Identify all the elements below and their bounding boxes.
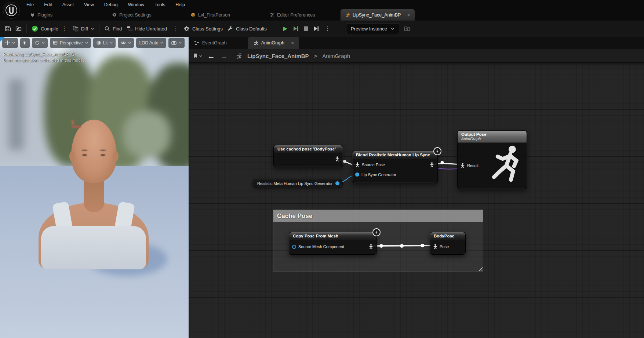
pose-input-pin[interactable]	[433, 244, 437, 249]
breadcrumb-root[interactable]: LipSync_Face_AnimBP	[247, 53, 309, 59]
lit-mode-dropdown[interactable]: Lit	[93, 38, 116, 48]
tab-label: Editor Preferences	[277, 12, 315, 18]
class-settings-button[interactable]: Class Settings	[183, 26, 223, 32]
find-button[interactable]: Find	[104, 26, 122, 32]
node-body-pose-cache[interactable]: BodyPose Pose	[430, 232, 466, 255]
node-copy-pose-from-mesh[interactable]: Copy Pose From Mesh Source Mesh Componen…	[289, 232, 377, 255]
graph-canvas[interactable]: Cache Pose Use cached pose 'B	[189, 62, 644, 338]
breadcrumb-current[interactable]: AnimGraph	[322, 53, 350, 59]
lit-label: Lit	[103, 40, 108, 46]
eye-icon	[121, 41, 126, 44]
comment-resize-handle[interactable]	[477, 266, 483, 271]
advance-button[interactable]	[313, 26, 319, 32]
class-defaults-button[interactable]: Class Defaults	[228, 26, 267, 32]
frame-skip-button[interactable]	[293, 26, 299, 32]
tab-project-settings[interactable]: Project Settings	[108, 9, 156, 21]
transform-tool-button[interactable]	[2, 38, 18, 48]
menu-view[interactable]: View	[84, 2, 94, 7]
menu-help[interactable]: Help	[175, 2, 185, 7]
unreal-logo[interactable]	[3, 2, 20, 19]
search-icon	[104, 26, 110, 32]
perspective-dropdown[interactable]: Perspective	[50, 38, 91, 48]
menu-window[interactable]: Window	[128, 2, 144, 7]
debug-browse-button[interactable]	[404, 26, 410, 32]
node-blend-lipsync[interactable]: Blend Realistic MetaHuman Lip Sync Sourc…	[352, 151, 438, 183]
animbp-runner-icon	[236, 53, 242, 59]
diff-button[interactable]: Diff	[73, 26, 94, 32]
pose-input-pin[interactable]	[461, 163, 465, 168]
node-use-cached-pose[interactable]: Use cached pose 'BodyPose'	[273, 145, 343, 167]
pose-input-pin[interactable]	[355, 162, 360, 167]
close-icon[interactable]: ×	[407, 12, 410, 18]
plug-icon	[30, 12, 35, 17]
tab-eventgraph[interactable]: EventGraph	[189, 37, 232, 49]
level-icon	[191, 12, 196, 17]
node-title: Use cached pose 'BodyPose'	[277, 147, 336, 151]
node-output-pose[interactable]: Output Pose AnimGraph Result	[457, 130, 527, 189]
compile-button[interactable]: Compile ⋮	[32, 25, 68, 32]
forward-button[interactable]: →	[220, 52, 228, 60]
tab-lvl-firstperson[interactable]: Lvl_FirstPerson	[186, 9, 234, 21]
play-button[interactable]	[282, 26, 288, 32]
tab-plugins[interactable]: Plugins	[26, 9, 57, 21]
chevron-down-icon	[42, 42, 45, 44]
animbp-runner-icon	[345, 12, 350, 18]
node-header[interactable]: Use cached pose 'BodyPose'	[274, 145, 343, 153]
pose-output-pin[interactable]	[430, 162, 434, 167]
gear-icon	[112, 12, 117, 17]
node-lipsync-generator-variable[interactable]: Realistic Meta Human Lip Sync Generator	[252, 179, 343, 188]
menu-tools[interactable]: Tools	[154, 2, 165, 7]
graph-wires	[189, 62, 644, 338]
tab-label: EventGraph	[202, 40, 227, 46]
main-toolbar: Compile ⋮ Diff Find Hide Unrelated ⋮ Cla…	[0, 21, 644, 37]
camera-icon	[171, 41, 177, 45]
pin-label: Source Mesh Component	[298, 244, 344, 249]
play-options-kebab-icon[interactable]: ⋮	[324, 25, 331, 32]
object-input-pin[interactable]	[355, 172, 359, 177]
menu-asset[interactable]: Asset	[62, 2, 74, 7]
browse-content-button[interactable]	[15, 26, 22, 32]
nose	[71, 120, 74, 125]
hide-unrelated-options-kebab-icon[interactable]: ⋮	[172, 25, 179, 32]
preview-line-2: Bone manipulation is disabled in this mo…	[3, 57, 84, 63]
node-header[interactable]: BodyPose	[430, 232, 465, 240]
object-input-pin[interactable]	[292, 245, 296, 249]
screenshot-dropdown[interactable]	[168, 38, 185, 48]
comment-header[interactable]: Cache Pose	[273, 210, 483, 222]
close-icon[interactable]: ×	[291, 40, 294, 46]
play-icon	[282, 26, 288, 32]
hide-unrelated-button[interactable]: Hide Unrelated	[127, 26, 167, 32]
fast-path-badge-icon	[433, 147, 441, 155]
menu-edit[interactable]: Edit	[44, 2, 52, 7]
preview-status-text: Previewing LipSync_Face_AnimBP_C. Bone m…	[3, 51, 84, 63]
preview-instance-dropdown[interactable]: Preview Instance	[346, 23, 399, 34]
node-header[interactable]: Copy Pose From Mesh	[289, 232, 376, 240]
bookmark-dropdown[interactable]	[193, 53, 202, 58]
rotate-tool-button[interactable]	[32, 38, 48, 48]
diff-label: Diff	[81, 26, 88, 32]
object-output-pin[interactable]	[335, 181, 339, 185]
tab-editor-preferences[interactable]: Editor Preferences	[265, 9, 320, 21]
menu-file[interactable]: File	[26, 2, 34, 7]
node-subtitle: AnimGraph	[461, 137, 523, 141]
class-settings-label: Class Settings	[192, 26, 223, 32]
animgraph-runner-icon	[253, 40, 258, 46]
pin-label: Lip Sync Generator	[361, 172, 396, 177]
preview-viewport[interactable]: Perspective Lit LOD Auto Preview	[0, 37, 189, 338]
menu-debug[interactable]: Debug	[104, 2, 118, 7]
sliders-icon	[270, 12, 274, 17]
folder-search-icon	[15, 26, 22, 32]
pose-output-pin[interactable]	[369, 244, 373, 249]
back-button[interactable]: ←	[207, 52, 215, 60]
eye	[82, 154, 87, 156]
tab-lipsync-face-animbp[interactable]: LipSync_Face_AnimBP ×	[341, 9, 415, 21]
select-tool-button[interactable]	[20, 38, 30, 48]
pose-output-pin[interactable]	[335, 156, 339, 161]
node-header[interactable]: Blend Realistic MetaHuman Lip Sync	[352, 151, 437, 159]
compile-options-kebab-icon[interactable]: ⋮	[61, 25, 68, 32]
save-button[interactable]	[4, 26, 11, 32]
show-flags-dropdown[interactable]	[118, 38, 134, 48]
tab-animgraph[interactable]: AnimGraph ×	[248, 37, 299, 49]
lod-dropdown[interactable]: LOD Auto	[136, 38, 166, 48]
stop-button[interactable]	[303, 26, 309, 31]
